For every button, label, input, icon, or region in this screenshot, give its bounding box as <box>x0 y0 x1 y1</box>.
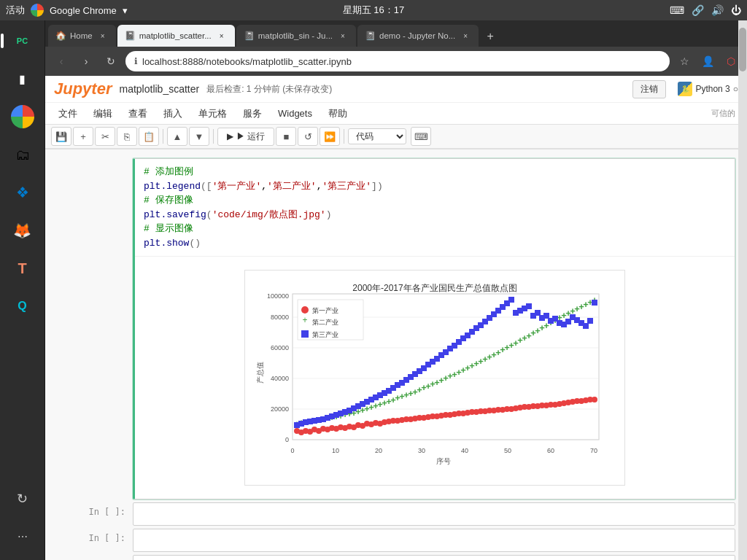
browser-window: 🏠 Home × 📓 matplotlib_scatter... × 📓 mat… <box>45 20 747 560</box>
str-4: 'code/img/散点图.jpg' <box>212 209 326 220</box>
reload-button[interactable]: ↻ <box>101 51 121 71</box>
scatter-tab-close[interactable]: × <box>216 30 228 42</box>
scatter-tab-favicon: 📓 <box>125 31 135 41</box>
run-button[interactable]: ▶ ▶ 运行 <box>217 128 274 146</box>
menu-insert[interactable]: 插入 <box>156 104 190 123</box>
paste-button[interactable]: 📋 <box>139 127 159 146</box>
empty-cell-3[interactable] <box>133 555 735 560</box>
application-dock: PC ▮ 🗂 ❖ 🦊 T Q ↻ ⋯ <box>0 20 45 560</box>
app-menu-arrow[interactable]: ▾ <box>123 5 128 16</box>
back-button[interactable]: ‹ <box>51 51 71 71</box>
code-line-3: # 保存图像 <box>144 193 726 208</box>
dock-terminal[interactable]: ▮ <box>5 61 40 96</box>
tab-bar: 🏠 Home × 📓 matplotlib_scatter... × 📓 mat… <box>45 20 747 47</box>
bookmarks-icon[interactable]: ☆ <box>674 51 694 71</box>
home-tab-close[interactable]: × <box>97 30 109 42</box>
str-3: '第三产业' <box>322 181 371 192</box>
system-clock: 星期五 16：17 <box>343 4 405 17</box>
svg-text:40: 40 <box>461 447 468 454</box>
func-2: plt.savefig <box>144 209 206 220</box>
restart-button[interactable]: ↺ <box>298 127 318 146</box>
x-axis-label: 序号 <box>436 457 451 465</box>
menu-widgets[interactable]: Widgets <box>271 105 320 122</box>
empty-cell-1[interactable] <box>133 502 735 526</box>
empty-cell-row-2: In [ ]: <box>45 527 747 553</box>
svg-text:10: 10 <box>332 447 339 454</box>
move-down-button[interactable]: ▼ <box>189 127 209 146</box>
separator-2 <box>213 129 214 144</box>
code-cell-row: # 添加图例 plt.legend(['第一产业','第二产业','第三产业']… <box>45 157 747 501</box>
dock-pycharm[interactable]: PC <box>5 23 40 58</box>
copy-button[interactable]: ⎘ <box>117 127 137 146</box>
add-cell-button[interactable]: + <box>73 127 93 146</box>
power-icon: ⏻ <box>731 4 741 16</box>
sin-tab-close[interactable]: × <box>337 30 349 42</box>
app-name-label: Google Chrome <box>50 5 117 16</box>
code-cell[interactable]: # 添加图例 plt.legend(['第一产业','第二产业','第三产业']… <box>133 158 735 499</box>
kernel-info: 🐍 Python 3 ○ <box>678 82 738 96</box>
system-bar-left: 活动 Google Chrome ▾ <box>6 4 128 17</box>
empty-cell-2[interactable] <box>133 529 735 552</box>
trusted-label: 可信的 <box>711 108 741 119</box>
dock-files[interactable]: 🗂 <box>5 137 40 172</box>
chrome-taskbar-icon <box>31 4 44 17</box>
menu-cell[interactable]: 单元格 <box>191 104 234 123</box>
tab-sin[interactable]: 📓 matplotlib_sin - Ju... × <box>236 25 356 47</box>
menu-file[interactable]: 文件 <box>51 104 85 123</box>
tab-scatter[interactable]: 📓 matplotlib_scatter... × <box>117 25 235 47</box>
save-button[interactable]: 💾 <box>51 127 71 146</box>
svg-point-96 <box>592 397 597 402</box>
save-info: 最后检查: 1 分钟前 (未保存改变) <box>206 83 332 96</box>
chart-container: 2000年-2017年各产业国民生产总值散点图 0 20000 40000 60… <box>141 262 729 493</box>
code-line-6: plt.show() <box>144 236 726 251</box>
dock-typora[interactable]: T <box>5 251 40 286</box>
keyboard-shortcut-button[interactable]: ⌨ <box>411 127 431 146</box>
svg-rect-232 <box>583 323 589 329</box>
activities-button[interactable]: 活动 <box>6 4 25 17</box>
browser-chrome: 🏠 Home × 📓 matplotlib_scatter... × 📓 mat… <box>45 20 747 76</box>
system-bar: 活动 Google Chrome ▾ 星期五 16：17 ⌨ 🔗 🔊 ⏻ <box>0 0 747 20</box>
chart-svg: 2000年-2017年各产业国民生产总值散点图 0 20000 40000 60… <box>252 278 617 475</box>
func-1: plt.legend <box>144 181 201 192</box>
dock-qv2ray[interactable]: Q <box>5 289 40 324</box>
empty-cell-content-2 <box>133 529 735 552</box>
notebook-name: matplotlib_scatter <box>119 83 199 95</box>
run-all-button[interactable]: ⏩ <box>320 127 340 146</box>
address-bar[interactable]: ℹ localhost:8888/notebooks/matplotlib_sc… <box>125 51 670 71</box>
separator-1 <box>163 129 163 144</box>
svg-text:50: 50 <box>504 447 511 454</box>
url-text: localhost:8888/notebooks/matplotlib_scat… <box>142 56 661 67</box>
jupyter-menu-bar: 文件 编辑 查看 插入 单元格 服务 Widgets 帮助 可信的 <box>45 102 747 124</box>
logout-button[interactable]: 注销 <box>632 80 666 98</box>
python-logo: 🐍 <box>678 82 692 96</box>
forward-button[interactable]: › <box>76 51 96 71</box>
tab-demo[interactable]: 📓 demo - Jupyter No... × <box>357 25 479 47</box>
scroll-track[interactable] <box>738 76 747 560</box>
menu-view[interactable]: 查看 <box>121 104 155 123</box>
demo-tab-close[interactable]: × <box>460 30 471 42</box>
interrupt-button[interactable]: ■ <box>276 127 296 146</box>
profile-icon[interactable]: 👤 <box>697 51 718 71</box>
run-label: ▶ 运行 <box>236 131 265 143</box>
dock-updates[interactable]: ↻ <box>5 481 40 516</box>
dock-firefox[interactable]: 🦊 <box>5 213 40 248</box>
svg-text:0: 0 <box>290 447 294 454</box>
dock-app-grid[interactable]: ⋯ <box>5 519 40 554</box>
menu-help[interactable]: 帮助 <box>321 104 355 123</box>
sin-tab-title: matplotlib_sin - Ju... <box>258 31 333 40</box>
menu-kernel[interactable]: 服务 <box>236 104 269 123</box>
str-1: '第一产业' <box>212 181 262 192</box>
code-editor[interactable]: # 添加图例 plt.legend(['第一产业','第二产业','第三产业']… <box>135 159 735 256</box>
tab-home[interactable]: 🏠 Home × <box>48 25 116 47</box>
svg-text:0: 0 <box>285 436 289 443</box>
empty-cell-content-3 <box>133 555 735 560</box>
menu-edit[interactable]: 编辑 <box>86 104 120 123</box>
move-up-button[interactable]: ▲ <box>167 127 187 146</box>
dock-vscode[interactable]: ❖ <box>5 175 40 210</box>
dock-chrome[interactable] <box>5 99 40 134</box>
cell-type-selector[interactable]: 代码 <box>348 128 406 144</box>
new-tab-button[interactable]: + <box>480 26 500 47</box>
comment-1: # 添加图例 <box>144 166 193 177</box>
cut-button[interactable]: ✂ <box>95 127 115 146</box>
svg-rect-223 <box>543 313 549 319</box>
